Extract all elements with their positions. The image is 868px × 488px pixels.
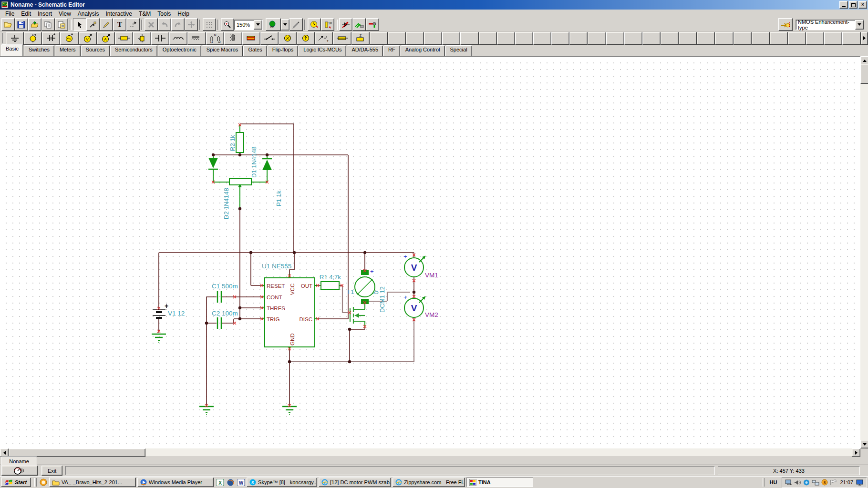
volume-tray-icon[interactable] <box>794 479 801 486</box>
language-indicator[interactable]: HU <box>767 479 780 485</box>
component-switch-button[interactable] <box>260 32 279 45</box>
component-d1[interactable]: D1 1N4148 <box>250 146 272 182</box>
interactive-meter-button[interactable] <box>308 18 321 31</box>
component-r1[interactable]: R1 4,7k <box>320 274 341 289</box>
display-settings-tray-icon[interactable] <box>785 479 792 486</box>
taskbar-button-wmp[interactable]: Windows Media Player <box>137 478 214 487</box>
undo-button-disabled[interactable] <box>158 18 171 31</box>
component-potentiometer-button[interactable] <box>133 32 151 45</box>
taskbar-button-ie-dcmotor[interactable]: e [12] DC motor PWM szab... <box>319 478 391 487</box>
component-p1[interactable]: P1 1k <box>229 179 282 209</box>
schematic-canvas[interactable]: R2 1k D2 1N4148 D1 1N4148 P1 1k U1 NE555… <box>0 56 860 448</box>
component-family-combobox[interactable]: NMOS Enhancement-type <box>796 20 864 30</box>
find-component-hand-button[interactable] <box>778 18 793 31</box>
taskbar-button-ie-zippyshare[interactable]: e Zippyshare.com - Free Fi... <box>393 478 465 487</box>
tab-optoelectronic[interactable]: Optoelectronic <box>158 45 201 56</box>
scroll-down-button[interactable] <box>860 440 868 448</box>
tab-basic[interactable]: Basic <box>1 44 23 56</box>
restore-button[interactable] <box>849 1 858 9</box>
taskbar-button-skype[interactable]: S Skype™ [8] - koncsargy... <box>247 478 317 487</box>
dc-mode-dropdown-arrow[interactable] <box>281 19 289 30</box>
component-inductor-button[interactable] <box>169 32 187 45</box>
tab-special[interactable]: Special <box>445 45 472 56</box>
component-voltage-generator-button[interactable] <box>60 32 78 45</box>
app-icon[interactable] <box>1 1 9 9</box>
wire-check-button[interactable] <box>352 18 366 31</box>
tab-sources[interactable]: Sources <box>81 45 110 56</box>
component-impedance-button[interactable]: Z <box>351 32 370 45</box>
start-button[interactable]: Start <box>1 478 31 487</box>
quicklaunch-word-icon[interactable]: W <box>236 478 246 487</box>
component-voltage-source-button[interactable] <box>24 32 42 45</box>
interactive-mode-button[interactable] <box>1 466 38 476</box>
redo-button-disabled[interactable] <box>171 18 185 31</box>
component-transformer-button[interactable] <box>224 32 242 45</box>
quicklaunch-firefox-icon[interactable] <box>226 478 235 487</box>
tab-meters[interactable]: Meters <box>55 45 81 56</box>
quicklaunch-tinati-icon[interactable] <box>39 478 48 487</box>
pencil-tool-button[interactable] <box>100 18 113 31</box>
menu-tools[interactable]: Tools <box>154 10 174 18</box>
component-ammeter-button[interactable]: A <box>97 32 115 45</box>
open-macro-button[interactable] <box>28 18 41 31</box>
windows-update-tray-icon[interactable]: 8 <box>821 479 828 486</box>
remote-desktop-tray-icon[interactable] <box>856 479 864 486</box>
tab-logic-ics-mcus[interactable]: Logic ICs-MCUs <box>299 45 346 56</box>
ground-symbol[interactable] <box>282 407 297 415</box>
component-relay-button[interactable] <box>242 32 260 45</box>
move-button-disabled[interactable] <box>185 18 198 31</box>
menu-view[interactable]: View <box>55 10 74 18</box>
vertical-scrollbar[interactable] <box>860 56 868 448</box>
menu-help[interactable]: Help <box>174 10 193 18</box>
close-button[interactable]: × <box>858 1 867 9</box>
component-current-source-button[interactable] <box>297 32 315 45</box>
component-r2[interactable]: R2 1k <box>229 124 244 155</box>
exit-button[interactable]: Exit <box>41 466 62 476</box>
component-resistor-button[interactable] <box>115 32 133 45</box>
menu-insert[interactable]: Insert <box>34 10 55 18</box>
component-toolbar-overflow-chevron[interactable] <box>861 32 868 45</box>
title-bar[interactable]: Noname - Schematic Editor × <box>0 0 868 10</box>
probe-pen-button[interactable] <box>289 18 303 31</box>
probe-node-button[interactable] <box>366 18 379 31</box>
dc-mode-button[interactable]: DC <box>266 18 281 31</box>
paste-macro-button[interactable] <box>55 18 68 31</box>
menu-tm[interactable]: T&M <box>135 10 154 18</box>
component-ferrite-inductor-button[interactable] <box>187 32 206 45</box>
component-v1[interactable]: + V1 12 <box>153 302 185 319</box>
horizontal-scrollbar[interactable] <box>0 448 860 456</box>
menu-edit[interactable]: Edit <box>18 10 34 18</box>
component-c1[interactable]: C1 500m <box>212 283 238 303</box>
menu-interactive[interactable]: Interactive <box>103 10 135 18</box>
component-controlled-source-button[interactable]: T <box>315 32 333 45</box>
ground-symbol[interactable] <box>152 334 166 343</box>
quicklaunch-excel-icon[interactable]: X <box>215 478 225 487</box>
component-lamp-button[interactable] <box>279 32 297 45</box>
grid-toggle-button[interactable] <box>203 18 216 31</box>
component-ground-button[interactable] <box>6 32 24 45</box>
copy-button[interactable] <box>41 18 55 31</box>
tab-ad-da-555[interactable]: AD/DA-555 <box>347 45 383 56</box>
tab-analog-control[interactable]: Analog Control <box>401 45 445 56</box>
taskbar-button-tina[interactable]: TINA <box>466 478 533 487</box>
minimize-button[interactable] <box>839 1 848 9</box>
component-vm1[interactable]: V + VM1 <box>403 253 438 279</box>
save-button[interactable] <box>15 18 28 31</box>
last-component-button[interactable] <box>86 18 100 31</box>
wire-tool-button[interactable] <box>126 18 140 31</box>
tab-gates[interactable]: Gates <box>243 45 267 56</box>
zoom-level-dropdown-arrow[interactable] <box>254 20 262 30</box>
tab-spice-macros[interactable]: Spice Macros <box>202 45 243 56</box>
select-cursor-button[interactable] <box>73 18 86 31</box>
ground-symbol[interactable] <box>199 407 214 415</box>
open-button[interactable] <box>1 18 15 31</box>
text-tool-button[interactable]: T <box>113 18 126 31</box>
messenger-tray-icon[interactable] <box>803 479 810 486</box>
tray-clock[interactable]: 21:07 <box>838 479 855 485</box>
menu-analysis[interactable]: Analysis <box>74 10 103 18</box>
zoom-level-combobox[interactable]: 150% <box>234 20 263 30</box>
tab-semiconductors[interactable]: Semiconductors <box>110 45 157 56</box>
zoom-tool-button[interactable] <box>221 18 234 31</box>
component-vm2[interactable]: V + VM2 <box>403 294 438 318</box>
component-test-button[interactable] <box>339 18 352 31</box>
